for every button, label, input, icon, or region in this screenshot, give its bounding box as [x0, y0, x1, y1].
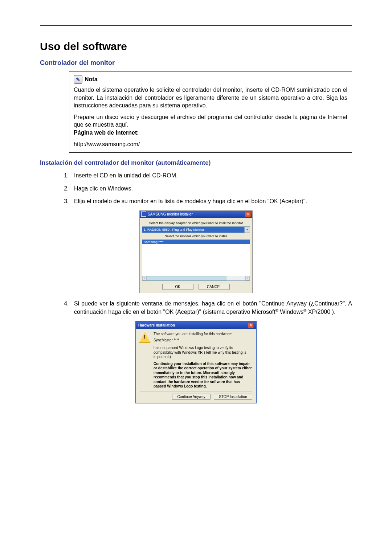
warning-icon: !: [139, 332, 151, 343]
steps-list: Inserte el CD en la unidad del CD-ROM. H…: [62, 172, 352, 205]
installer-text-2: Select the monitor which you want to ins…: [142, 234, 250, 238]
stop-installation-button[interactable]: STOP Installation: [214, 394, 252, 400]
subheading: Instalación del controlador del monitor …: [40, 159, 352, 167]
note-icon: ✎: [74, 75, 82, 84]
page-title: Uso del software: [40, 40, 352, 53]
cancel-button[interactable]: CANCEL: [199, 284, 230, 290]
warn-para2: Continuing your installation of this sof…: [154, 362, 252, 389]
note-paragraph-2: Prepare un disco vacío y descargue el ar…: [74, 113, 347, 129]
adapter-selected: 1. RADEON 9550 : Plug and Play Monitor: [142, 227, 244, 233]
chevron-down-icon[interactable]: ▾: [244, 227, 250, 233]
warn-title: Hardware Installation: [138, 323, 175, 327]
monitor-selected[interactable]: Samsung ****: [142, 240, 250, 244]
note-url: http://www.samsung.com/: [74, 140, 347, 148]
warn-para1: has not passed Windows Logo testing to v…: [154, 346, 252, 360]
monitor-listbox[interactable]: Samsung **** ‹ ›: [142, 239, 250, 281]
note-paragraph-1: Cuando el sistema operativo le solicite …: [74, 86, 347, 110]
bottom-rule: [40, 418, 352, 418]
close-icon[interactable]: ×: [245, 212, 251, 217]
note-label: Nota: [85, 75, 98, 83]
continue-anyway-button[interactable]: Continue Anyway: [172, 394, 211, 400]
steps-list-cont: Si puede ver la siguiente ventana de men…: [62, 300, 352, 316]
warn-titlebar: Hardware Installation ×: [136, 321, 256, 329]
section-heading: Controlador del monitor: [40, 59, 352, 67]
step-1: Inserte el CD en la unidad del CD-ROM.: [70, 172, 352, 180]
note-weblabel: Página web de Internet:: [74, 129, 347, 137]
horizontal-scrollbar[interactable]: ‹ ›: [142, 276, 250, 280]
scroll-right-icon[interactable]: ›: [245, 276, 250, 280]
step-4: Si puede ver la siguiente ventana de men…: [70, 300, 352, 316]
warn-device: SyncMaster ****: [154, 338, 252, 342]
top-rule: [40, 25, 352, 26]
adapter-combobox[interactable]: 1. RADEON 9550 : Plug and Play Monitor ▾: [142, 226, 250, 233]
registered-mark: ®: [275, 308, 278, 312]
installer-title: SAMSUNG monitor installer: [148, 212, 193, 216]
ok-button[interactable]: OK: [162, 284, 193, 290]
installer-dialog: SAMSUNG monitor installer × Select the d…: [139, 210, 253, 293]
scroll-left-icon[interactable]: ‹: [142, 276, 147, 280]
hardware-warning-dialog: Hardware Installation × ! The software y…: [135, 321, 257, 403]
app-icon: [141, 212, 146, 217]
step-2: Haga clic en Windows.: [70, 185, 352, 193]
close-icon[interactable]: ×: [248, 323, 254, 328]
scroll-thumb[interactable]: [147, 276, 226, 280]
step-3: Elija el modelo de su monitor en la list…: [70, 197, 352, 205]
installer-titlebar: SAMSUNG monitor installer ×: [140, 211, 252, 218]
note-box: ✎ Nota Cuando el sistema operativo le so…: [69, 71, 352, 153]
warn-line1: The software you are installing for this…: [154, 332, 252, 336]
installer-text-1: Select the display adapter on which you …: [142, 221, 250, 225]
